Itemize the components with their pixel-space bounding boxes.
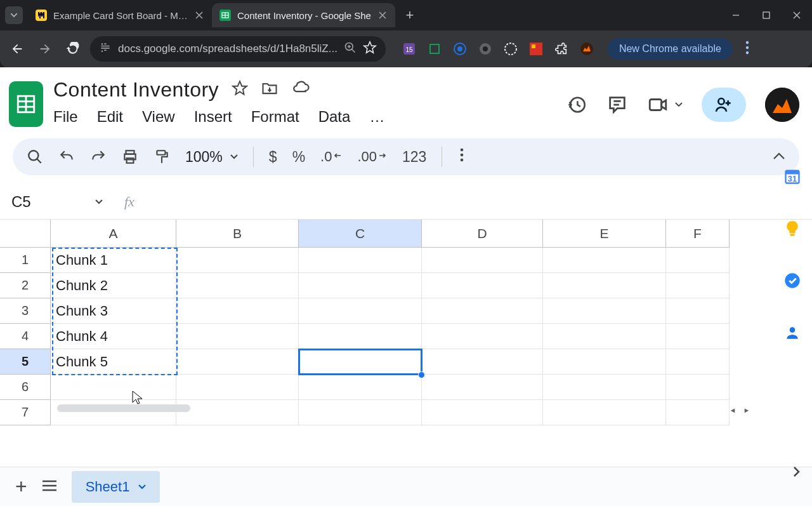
cell-C5[interactable] [299, 349, 422, 375]
cell-F4[interactable] [666, 324, 730, 349]
tab-close-icon[interactable] [194, 10, 204, 20]
cell-C3[interactable] [299, 298, 422, 324]
row-header[interactable]: 3 [0, 298, 51, 324]
column-header-B[interactable]: B [176, 220, 299, 248]
meet-button[interactable] [647, 94, 683, 116]
tasks-icon[interactable] [783, 271, 802, 290]
side-panel-toggle[interactable] [792, 465, 801, 481]
maximize-button[interactable] [751, 2, 782, 29]
cloud-status-icon[interactable] [291, 79, 310, 100]
cell-B4[interactable] [176, 324, 299, 349]
cell-B6[interactable] [176, 375, 299, 400]
browser-tab-miro[interactable]: Example Card Sort Board - Miro [28, 3, 212, 27]
extension-icon[interactable] [452, 41, 468, 57]
column-header-D[interactable]: D [422, 220, 543, 248]
cell-E1[interactable] [543, 248, 666, 273]
cell-B2[interactable] [176, 273, 299, 298]
cell-F3[interactable] [666, 298, 730, 324]
cell-C4[interactable] [299, 324, 422, 349]
zoom-select[interactable]: 100% [185, 149, 238, 166]
undo-icon[interactable] [58, 149, 75, 165]
column-header-E[interactable]: E [543, 220, 666, 248]
cell-A4[interactable]: Chunk 4 [51, 324, 176, 349]
zoom-icon[interactable] [344, 41, 357, 57]
cell-C1[interactable] [299, 248, 422, 273]
redo-icon[interactable] [90, 149, 107, 165]
cell-E3[interactable] [543, 298, 666, 324]
row-header[interactable]: 5 [0, 349, 51, 375]
cell-A6[interactable] [51, 375, 176, 400]
cell-D3[interactable] [422, 298, 543, 324]
cell-C2[interactable] [299, 273, 422, 298]
column-header-C[interactable]: C [299, 220, 422, 248]
chrome-menu-button[interactable] [745, 41, 749, 57]
star-icon[interactable] [232, 80, 248, 99]
comments-icon[interactable] [606, 94, 628, 116]
menu-view[interactable]: View [142, 108, 175, 126]
extension-icon[interactable] [528, 41, 544, 57]
site-info-icon[interactable] [99, 41, 112, 57]
keep-icon[interactable] [783, 219, 802, 238]
bookmark-icon[interactable] [363, 41, 377, 57]
cell-D2[interactable] [422, 273, 543, 298]
scroll-right-button[interactable]: ► [741, 404, 752, 416]
cell-D5[interactable] [422, 349, 543, 375]
menu-format[interactable]: Format [251, 108, 299, 126]
extension-icon[interactable] [426, 41, 443, 57]
chrome-update-button[interactable]: New Chrome available [608, 38, 733, 60]
add-sheet-button[interactable]: + [15, 475, 27, 498]
cell-C6[interactable] [299, 375, 422, 400]
cell-D6[interactable] [422, 375, 543, 400]
menu-data[interactable]: Data [318, 108, 351, 126]
search-menus-icon[interactable] [27, 149, 43, 165]
cell-A1[interactable]: Chunk 1 [51, 248, 176, 273]
sheets-logo-icon[interactable] [9, 81, 43, 127]
move-icon[interactable] [261, 79, 278, 100]
tab-close-icon[interactable] [377, 10, 388, 20]
paint-format-icon[interactable] [154, 149, 170, 165]
cell-E2[interactable] [543, 273, 666, 298]
cell-E5[interactable] [543, 349, 666, 375]
percent-button[interactable]: % [292, 149, 305, 166]
cell-F6[interactable] [666, 375, 730, 400]
menu-more[interactable]: … [369, 108, 384, 126]
document-title[interactable]: Content Inventory [53, 78, 219, 102]
cell-F2[interactable] [666, 273, 730, 298]
increase-decimal-button[interactable]: .00 [357, 149, 387, 165]
cell-A3[interactable]: Chunk 3 [51, 298, 176, 324]
scroll-left-button[interactable]: ◄ [727, 404, 738, 416]
row-header[interactable]: 4 [0, 324, 51, 349]
print-icon[interactable] [122, 149, 138, 165]
row-header[interactable]: 2 [0, 273, 51, 298]
tab-search-button[interactable] [5, 6, 23, 24]
browser-tab-sheets[interactable]: Content Inventory - Google She [212, 3, 395, 27]
cell-D4[interactable] [422, 324, 543, 349]
close-button[interactable] [782, 2, 812, 29]
new-tab-button[interactable]: + [400, 6, 419, 25]
menu-file[interactable]: File [53, 108, 78, 126]
row-header[interactable]: 1 [0, 248, 51, 273]
sheet-tab-active[interactable]: Sheet1 [72, 471, 160, 503]
menu-edit[interactable]: Edit [97, 108, 123, 126]
horizontal-scrollbar[interactable] [57, 404, 730, 415]
cell-A5[interactable]: Chunk 5 [51, 349, 176, 375]
account-avatar[interactable] [765, 88, 799, 122]
extension-icon[interactable] [579, 41, 595, 57]
extension-icon[interactable] [477, 41, 494, 57]
minimize-button[interactable] [721, 2, 751, 29]
toolbar-more-button[interactable] [460, 147, 464, 166]
history-icon[interactable] [566, 94, 587, 116]
cell-F5[interactable] [666, 349, 730, 375]
cell-B1[interactable] [176, 248, 299, 273]
reload-button[interactable] [62, 38, 84, 60]
omnibox[interactable]: docs.google.com/spreadsheets/d/1Ha8n5liZ… [90, 36, 386, 62]
cell-D1[interactable] [422, 248, 543, 273]
menu-insert[interactable]: Insert [194, 108, 232, 126]
extensions-menu-icon[interactable] [553, 41, 570, 57]
contacts-icon[interactable] [783, 323, 802, 342]
share-button[interactable] [702, 88, 746, 122]
extension-icon[interactable] [502, 41, 519, 57]
forward-button[interactable] [34, 38, 56, 60]
select-all-corner[interactable] [0, 220, 51, 248]
currency-button[interactable]: $ [269, 149, 277, 166]
